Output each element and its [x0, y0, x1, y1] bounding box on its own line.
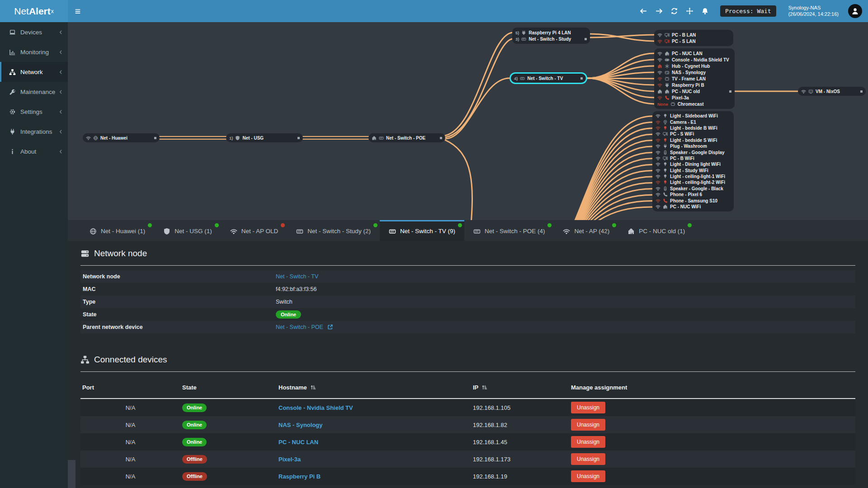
node-collapse-handle[interactable]: [729, 90, 731, 93]
network-tab[interactable]: Net - Switch - TV (9): [380, 220, 464, 241]
unassign-button[interactable]: Unassign: [571, 436, 605, 448]
network-device-node[interactable]: PC - B WiFi: [656, 155, 731, 161]
network-tab[interactable]: Net - Switch - Study (2): [287, 220, 380, 241]
sidebar-item[interactable]: Maintenance: [0, 82, 68, 102]
column-header-port: Port: [80, 384, 180, 391]
network-device-node[interactable]: PC - B LAN: [657, 32, 730, 38]
sort-icon[interactable]: [481, 385, 487, 390]
sidebar-item[interactable]: Devices: [0, 22, 68, 42]
node-label: Phone - Pixel 6: [670, 192, 702, 197]
property-value-text[interactable]: Switch: [276, 299, 292, 305]
node-collapse-handle[interactable]: [154, 137, 156, 139]
property-value-text[interactable]: Net - Switch - TV: [276, 273, 318, 280]
node-collapse-handle[interactable]: [297, 137, 300, 139]
network-device-node[interactable]: Phone - Samsung S10: [656, 197, 731, 203]
node-collapse-handle[interactable]: [440, 137, 442, 139]
network-device-node[interactable]: 5) Raspberry Pi 4 LAN: [515, 29, 587, 36]
network-tab[interactable]: Net - Switch - POE (4): [464, 220, 554, 241]
network-device-node[interactable]: Phone - Pixel 6: [656, 192, 731, 197]
network-device-node[interactable]: Camera - E1: [656, 119, 731, 125]
host-timestamp: (26/06/2024, 14:22:16): [788, 11, 839, 18]
network-device-node[interactable]: Light - Sideboard WiFi: [656, 113, 731, 119]
network-device-node[interactable]: Pixel-3a: [657, 94, 731, 101]
network-device-node[interactable]: PC - NUC LAN: [657, 50, 731, 56]
property-value-text[interactable]: f4:92:bf:a3:f3:56: [276, 286, 316, 292]
hostname-link[interactable]: PC - NUC LAN: [278, 439, 318, 446]
network-tab[interactable]: Net - AP (42): [554, 220, 618, 241]
network-device-node[interactable]: Speaker - Google Display: [656, 149, 731, 155]
node-group-lan-pcs: PC - B LAN PC - S LAN: [654, 30, 733, 46]
network-device-node[interactable]: Console - Nvidia Shield TV: [657, 56, 731, 63]
sidebar-item[interactable]: Settings: [0, 102, 68, 122]
notifications-bell-icon[interactable]: [701, 7, 709, 15]
sidebar-toggle-button[interactable]: [69, 0, 87, 22]
network-device-node[interactable]: Light - bedside B WiFi: [656, 125, 731, 131]
pan-move-icon[interactable]: [686, 7, 693, 15]
network-device-node[interactable]: Light - ceiling-light-2 WiFi: [656, 179, 731, 185]
port-prefix: 1): [229, 136, 233, 141]
network-device-node[interactable]: Plug - Washroom: [656, 143, 731, 149]
network-device-node[interactable]: 1) Net - USG: [226, 133, 303, 142]
network-device-node[interactable]: Light - bedside S WiFi: [656, 137, 731, 143]
network-device-node[interactable]: PC - S LAN: [657, 38, 730, 44]
hostname-link[interactable]: Raspberry Pi B: [278, 473, 321, 480]
node-vm-nixos[interactable]: VM - NixOS: [798, 87, 866, 96]
unassign-button[interactable]: Unassign: [571, 453, 605, 465]
refresh-icon[interactable]: [670, 7, 678, 15]
network-tab[interactable]: Net - USG (1): [154, 220, 221, 241]
sidebar-item-label: Monitoring: [20, 49, 49, 56]
network-device-node[interactable]: TV - Frame LAN: [657, 75, 731, 82]
hostname-link[interactable]: NAS - Synology: [278, 422, 323, 428]
node-collapse-handle[interactable]: [585, 38, 587, 40]
unassign-button[interactable]: Unassign: [571, 402, 605, 413]
device-type-icon: [379, 136, 384, 141]
host-name: Synology-NAS: [788, 5, 839, 11]
hostname-link[interactable]: Console - Nvidia Shield TV: [278, 404, 353, 411]
network-device-node[interactable]: Hub - Cygnet Hub: [657, 63, 731, 69]
network-device-node[interactable]: Speaker - Google - Black: [656, 186, 731, 192]
node-net-switch-tv-selected[interactable]: 4) Net - Switch - TV: [509, 72, 587, 84]
sidebar-item[interactable]: About: [0, 141, 68, 161]
network-device-node[interactable]: Net - Huawei: [83, 133, 160, 142]
network-device-node[interactable]: PC - NUC WiFi: [656, 204, 731, 210]
network-device-node[interactable]: Net - Switch - POE: [368, 133, 445, 142]
network-tab[interactable]: PC - NUC old (1): [618, 220, 694, 241]
network-topology-diagram[interactable]: Net - Huawei 1) Net - USG Net - Switch -…: [68, 22, 868, 220]
column-header-hostname[interactable]: Hostname: [277, 384, 471, 391]
hostname-link[interactable]: Pixel-3a: [278, 456, 301, 463]
unassign-button[interactable]: Unassign: [571, 470, 605, 482]
sidebar-item[interactable]: Integrations: [0, 122, 68, 141]
network-device-node[interactable]: NAS - Synology: [657, 69, 731, 75]
network-device-node[interactable]: Light - Dining light WiFi: [656, 161, 731, 167]
node-collapse-handle[interactable]: [860, 90, 863, 93]
network-device-node[interactable]: Light - Study WiFi: [656, 168, 731, 174]
network-tab[interactable]: Net - Huawei (1): [80, 220, 154, 241]
connection-type-icon: [656, 192, 660, 197]
network-device-node[interactable]: PC - NUC old: [657, 88, 731, 94]
scrollbar-thumb[interactable]: [68, 460, 75, 488]
node-collapse-handle[interactable]: [580, 77, 583, 80]
avatar[interactable]: [848, 4, 862, 18]
column-header-ip[interactable]: IP: [471, 384, 569, 391]
property-value-text[interactable]: Net - Switch - POE: [276, 324, 323, 330]
sort-icon[interactable]: [310, 385, 316, 390]
back-arrow-icon[interactable]: [640, 7, 647, 15]
network-device-node[interactable]: Light - ceiling-light-1 WiFi: [656, 174, 731, 179]
network-device-node[interactable]: 3) Net - Switch - Study: [515, 36, 587, 42]
table-row: N/A Offline Raspberry Pi B 192.168.1.19 …: [80, 468, 855, 485]
hostname-cell: PC - NUC LAN: [277, 439, 471, 446]
unassign-button[interactable]: Unassign: [571, 419, 605, 431]
network-tab[interactable]: Net - AP OLD: [221, 220, 288, 241]
network-device-node[interactable]: None Chromecast: [657, 101, 731, 107]
process-status-badge[interactable]: Process: Wait: [720, 5, 776, 17]
forward-arrow-icon[interactable]: [655, 7, 663, 15]
node-label: Plug - Washroom: [670, 144, 707, 149]
sidebar-item[interactable]: Monitoring: [0, 42, 68, 62]
property-value-text[interactable]: Online: [276, 310, 301, 319]
network-device-node[interactable]: Raspberry Pi B: [657, 82, 731, 88]
sidebar-item[interactable]: Network: [0, 62, 68, 82]
network-device-node[interactable]: PC - S WiFi: [656, 131, 731, 137]
tab-label: PC - NUC old (1): [639, 228, 685, 235]
external-link-icon[interactable]: [327, 324, 333, 330]
app-logo[interactable]: NetAlertx: [0, 0, 68, 22]
